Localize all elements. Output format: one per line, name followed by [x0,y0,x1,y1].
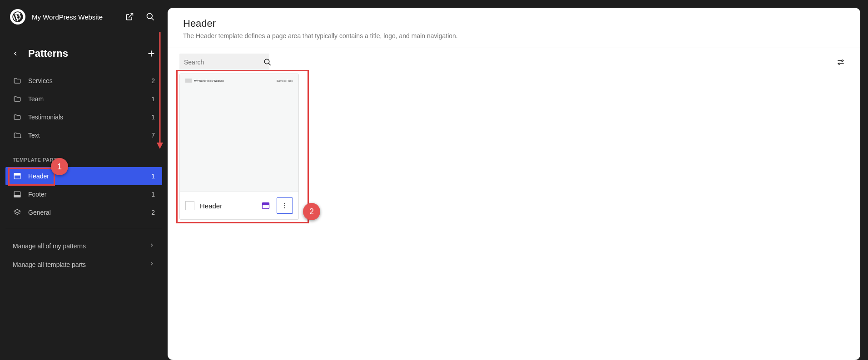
pattern-card-footer: Header [180,192,298,219]
sidebar-item-text[interactable]: Text 7 [5,126,162,144]
sidebar-item-label: Team [28,95,145,103]
main-content: Header The Header template defines a pag… [168,0,868,360]
preview-site-title: My WordPress Website [194,79,277,82]
search-input[interactable] [184,59,263,66]
toolbar [168,48,860,71]
header-layout-icon [13,172,22,181]
sidebar-item-count: 1 [151,113,155,121]
template-parts-list: Header 1 Footer 1 General 2 [0,167,168,222]
pattern-card-header[interactable]: My WordPress Website Sample Page Header [179,74,299,220]
preview-nav-item: Sample Page [277,79,293,82]
sidebar-item-label: Footer [28,191,145,198]
sidebar-item-label: General [28,209,145,216]
svg-point-7 [264,59,269,64]
sidebar-item-count: 7 [151,132,155,139]
folder-icon [13,76,22,85]
divider [5,229,162,229]
sidebar-item-label: Header [28,173,145,180]
preview-mini-header: My WordPress Website Sample Page [185,79,293,83]
view-site-icon[interactable] [122,10,137,24]
site-title: My WordPress Website [32,13,116,21]
pattern-preview: My WordPress Website Sample Page [180,74,298,192]
annotation-badge-1: 1 [51,158,68,175]
search-icon[interactable] [143,10,158,24]
back-button[interactable] [10,48,21,59]
folder-icon [13,131,22,140]
page-title: Header [183,18,845,30]
preview-logo-placeholder [185,79,192,83]
editor-canvas: Header The Header template defines a pag… [168,8,860,360]
folder-icon [13,113,22,122]
svg-rect-11 [263,202,269,205]
more-options-button[interactable] [277,197,293,214]
svg-point-14 [284,207,285,208]
manage-template-parts-link[interactable]: Manage all template parts [0,255,168,274]
sidebar: My WordPress Website Patterns Services 2… [0,0,168,360]
annotation-badge-2: 2 [303,203,320,220]
sidebar-item-label: Text [28,132,145,139]
wordpress-logo-icon[interactable] [10,9,25,25]
sidebar-top: My WordPress Website [0,0,168,34]
manage-patterns-link[interactable]: Manage all of my patterns [0,237,168,255]
settings-icon[interactable] [833,54,848,70]
svg-point-9 [838,63,840,64]
sidebar-item-count: 2 [151,209,155,216]
chevron-right-icon [149,242,155,250]
canvas-header: Header The Header template defines a pag… [168,8,860,48]
chevron-right-icon [149,261,155,268]
sidebar-item-label: Services [28,77,145,84]
svg-rect-4 [14,195,20,197]
sidebar-item-count: 1 [151,95,155,103]
sidebar-item-count: 2 [151,77,155,84]
patterns-grid: My WordPress Website Sample Page Header [168,71,860,222]
panel-header: Patterns [0,34,168,68]
manage-label: Manage all template parts [13,261,86,268]
sidebar-item-team[interactable]: Team 1 [5,90,162,108]
sidebar-item-count: 1 [151,191,155,198]
footer-layout-icon [13,190,22,199]
pattern-name: Header [200,202,255,210]
panel-title: Patterns [28,48,138,59]
section-label-template-parts: TEMPLATE PARTS [0,144,168,167]
svg-rect-2 [14,173,20,175]
search-icon [263,58,272,66]
select-checkbox[interactable] [185,201,194,210]
sidebar-item-testimonials[interactable]: Testimonials 1 [5,108,162,126]
sidebar-item-services[interactable]: Services 2 [5,72,162,90]
svg-point-8 [842,60,843,61]
svg-point-12 [284,203,285,204]
sidebar-item-footer[interactable]: Footer 1 [5,185,162,203]
sidebar-item-count: 1 [151,173,155,180]
page-description: The Header template defines a page area … [183,32,845,39]
search-field-wrap [179,54,269,71]
category-list: Services 2 Team 1 Testimonials 1 Text 7 [0,68,168,144]
folder-icon [13,94,22,104]
sidebar-item-header[interactable]: Header 1 [5,167,162,185]
sidebar-item-general[interactable]: General 2 [5,203,162,222]
add-pattern-button[interactable] [145,47,158,60]
manage-label: Manage all of my patterns [13,242,86,250]
layers-icon [13,208,22,217]
svg-point-0 [147,14,153,19]
svg-point-13 [284,205,285,206]
template-part-type-icon [260,200,271,211]
sidebar-item-label: Testimonials [28,113,145,121]
